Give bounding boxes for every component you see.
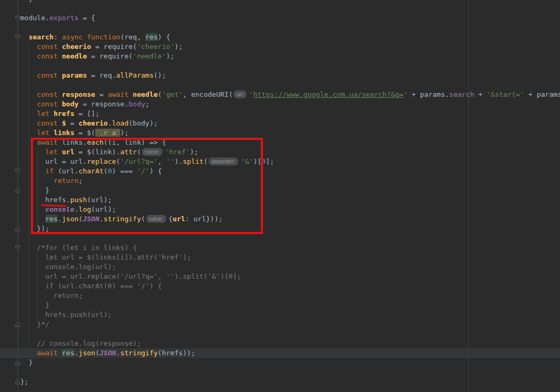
code-line[interactable]: await res.json(JSON.stringify(hrefs)); <box>0 348 560 358</box>
code-line[interactable] <box>0 61 560 71</box>
code-line[interactable]: search: async function(req, res) { <box>0 32 560 42</box>
code-line[interactable]: if (url.charAt(0) === '/') { <box>0 281 560 291</box>
code-line[interactable] <box>0 4 560 13</box>
fold-marker-start-icon[interactable] <box>14 245 21 253</box>
code-line[interactable]: } <box>0 358 560 368</box>
code-line[interactable]: const cheerio = require('cheerio'); <box>0 42 560 52</box>
code-line[interactable]: const params = req.allParams(); <box>0 71 560 80</box>
url-hyperlink[interactable]: https://www.google.com.ua/search?&q= <box>253 90 403 98</box>
code-line[interactable]: module.exports = { <box>0 13 560 23</box>
code-line[interactable]: console.log(url); <box>0 262 560 272</box>
code-line[interactable]: } <box>0 0 560 4</box>
code-line[interactable]: let hrefs = []; <box>0 109 560 119</box>
code-line[interactable]: }; <box>0 377 560 387</box>
code-line[interactable] <box>0 387 560 392</box>
code-line[interactable]: /*for (let i in links) { <box>0 243 560 253</box>
fold-marker-start-icon[interactable] <box>14 15 21 23</box>
code-line[interactable] <box>0 80 560 90</box>
code-line[interactable]: let links = $(".r a"); <box>0 128 560 138</box>
code-editor[interactable]: }module.exports = { search: async functi… <box>0 0 560 392</box>
fold-marker-end-icon[interactable] <box>14 187 21 195</box>
annotation-box <box>31 138 263 234</box>
code-line[interactable]: let url = $(links[i]).attr('href'); <box>0 253 560 262</box>
code-line[interactable]: const needle = require('needle'); <box>0 52 560 61</box>
fold-marker-start-icon[interactable] <box>14 168 21 176</box>
code-line[interactable]: const $ = cheerio.load(body); <box>0 119 560 128</box>
code-line[interactable] <box>0 368 560 377</box>
code-line[interactable]: url = url.replace('/url?q=', '').split('… <box>0 272 560 281</box>
inline-parameter-hint-pill: uri: <box>234 90 246 98</box>
code-line[interactable]: return; <box>0 291 560 301</box>
code-line[interactable]: hrefs.push(url); <box>0 310 560 320</box>
code-line[interactable] <box>0 233 560 243</box>
fold-marker-end-icon[interactable] <box>14 226 21 233</box>
fold-marker-start-icon[interactable] <box>14 34 21 42</box>
fold-marker-end-icon[interactable] <box>14 321 21 329</box>
code-line[interactable] <box>0 329 560 339</box>
fold-marker-end-icon[interactable] <box>14 379 21 387</box>
code-line[interactable] <box>0 23 560 32</box>
code-line[interactable]: const body = response.body; <box>0 99 560 109</box>
code-line[interactable]: const response = await needle('get', enc… <box>0 90 560 99</box>
code-line[interactable]: }*/ <box>0 320 560 329</box>
fold-marker-end-icon[interactable] <box>14 360 21 368</box>
code-line[interactable]: } <box>0 301 560 310</box>
code-line[interactable]: // console.log(response); <box>0 339 560 348</box>
